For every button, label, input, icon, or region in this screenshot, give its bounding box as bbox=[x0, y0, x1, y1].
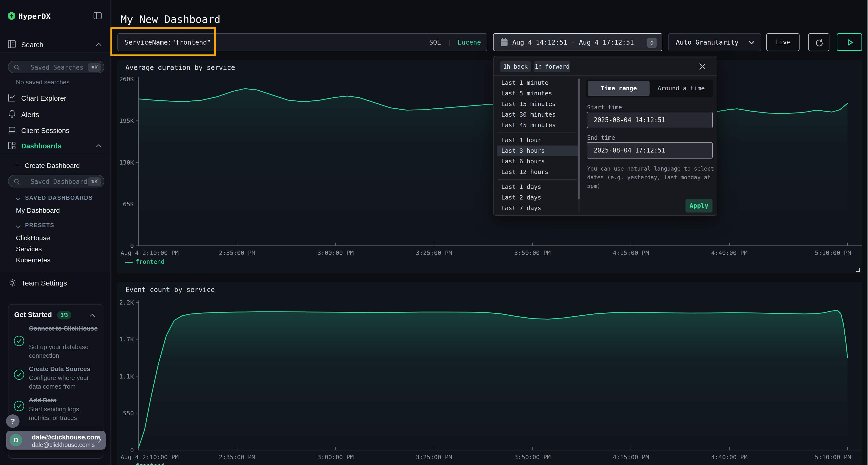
sidebar: HyperDX Search bbox=[0, 0, 111, 465]
svg-text:3:50:00 PM: 3:50:00 PM bbox=[514, 250, 551, 256]
cmd-k-shortcut-badge: ⌘K bbox=[88, 177, 101, 186]
no-saved-searches-label: No saved searches bbox=[16, 78, 70, 86]
quick-range-item[interactable]: Last 6 hours bbox=[497, 156, 578, 167]
quick-range-item[interactable]: Last 45 minutes bbox=[497, 120, 578, 131]
quick-range-item[interactable]: Last 1 hour bbox=[497, 135, 578, 145]
sidebar-item-chart-explorer[interactable]: Chart Explorer bbox=[21, 94, 66, 102]
svg-text:3:50:00 PM: 3:50:00 PM bbox=[514, 454, 551, 461]
create-dashboard-button[interactable]: Create Dashboard bbox=[25, 162, 80, 170]
hyperdx-logo-icon bbox=[8, 11, 15, 20]
sidebar-item-alerts[interactable]: Alerts bbox=[21, 111, 39, 119]
plus-icon: + bbox=[15, 161, 19, 169]
saved-dashboards-input[interactable]: Saved Dashboards ⌘K bbox=[8, 175, 104, 188]
sidebar-item-clickhouse[interactable]: ClickHouse bbox=[16, 234, 50, 242]
get-started-chevron-up-icon[interactable] bbox=[89, 314, 95, 317]
quick-range-item[interactable]: Last 2 days bbox=[497, 192, 578, 203]
quick-range-item[interactable]: Last 1 days bbox=[497, 182, 578, 192]
section-chevron-down-icon[interactable] bbox=[16, 198, 21, 201]
toggle-divider: | bbox=[445, 38, 454, 46]
sidebar-item-search[interactable]: Search bbox=[21, 41, 43, 49]
panel-resize-handle[interactable] bbox=[856, 268, 860, 272]
get-started-item-title[interactable]: Connect to ClickHouse bbox=[29, 324, 99, 333]
run-query-button[interactable] bbox=[837, 33, 862, 51]
svg-text:5:10:00 PM: 5:10:00 PM bbox=[815, 250, 851, 256]
chart-canvas: 05501.1K1.7K2.2KAug 4 2:10:00 PM2:35:00 … bbox=[117, 282, 862, 465]
get-started-item-title[interactable]: Create Data Sources bbox=[29, 364, 101, 373]
apply-button[interactable]: Apply bbox=[685, 199, 712, 212]
refresh-icon bbox=[815, 38, 824, 47]
saved-dashboards-section-header[interactable]: SAVED DASHBOARDS bbox=[25, 195, 93, 201]
svg-text:1.1K: 1.1K bbox=[119, 373, 134, 380]
time-range-input[interactable]: Aug 4 14:12:51 - Aug 4 17:12:51 d bbox=[493, 33, 662, 51]
svg-text:3:25:00 PM: 3:25:00 PM bbox=[416, 454, 452, 461]
refresh-button[interactable] bbox=[808, 33, 830, 51]
quick-range-item[interactable]: Last 1 minute bbox=[497, 77, 578, 88]
hyperdx-app-window: HyperDX Search bbox=[0, 0, 868, 465]
legend-series-label: frontend bbox=[135, 258, 164, 265]
chart-explorer-icon bbox=[8, 94, 16, 102]
start-time-input[interactable] bbox=[587, 112, 713, 128]
user-profile-card[interactable]: D dale@clickhouse.com dale@clickhouse.co… bbox=[6, 431, 105, 450]
get-started-item-title[interactable]: Add Data bbox=[29, 396, 101, 405]
presets-section-header[interactable]: PRESETS bbox=[25, 222, 54, 229]
search-nav-icon bbox=[8, 40, 16, 48]
saved-searches-input[interactable]: Saved Searches ⌘K bbox=[8, 61, 104, 73]
chart-legend[interactable]: frontend bbox=[125, 258, 164, 265]
sidebar-item-team-settings[interactable]: Team Settings bbox=[21, 279, 67, 287]
svg-text:2:35:00 PM: 2:35:00 PM bbox=[219, 454, 255, 461]
dashboard-filter-input[interactable]: ServiceName:"frontend" SQL | Lucene bbox=[117, 33, 487, 51]
sidebar-item-services[interactable]: Services bbox=[16, 245, 42, 253]
user-email: dale@clickhouse.com bbox=[32, 434, 100, 441]
live-button[interactable]: Live bbox=[766, 33, 800, 51]
dashboards-collapse-chevron-up-icon[interactable] bbox=[96, 144, 102, 147]
get-started-item-desc: Start sending logs, metrics, or traces bbox=[29, 405, 99, 422]
svg-text:0: 0 bbox=[130, 447, 134, 454]
time-range-value: Aug 4 14:12:51 - Aug 4 17:12:51 bbox=[513, 38, 634, 46]
scrollbar-thumb[interactable] bbox=[578, 78, 580, 199]
quick-range-item[interactable]: Last 30 minutes bbox=[497, 109, 578, 120]
page-scrollbar[interactable] bbox=[867, 0, 868, 465]
sidebar-item-kubernetes[interactable]: Kubernetes bbox=[16, 256, 51, 264]
lucene-toggle[interactable]: Lucene bbox=[457, 38, 481, 46]
quick-range-item[interactable]: Last 14 days bbox=[497, 213, 578, 214]
sidebar-item-dashboards[interactable]: Dashboards bbox=[21, 142, 62, 150]
quick-range-item[interactable]: Last 5 minutes bbox=[497, 88, 578, 99]
sidebar-item-client-sessions[interactable]: Client Sessions bbox=[21, 127, 69, 135]
start-time-label: Start time bbox=[587, 104, 622, 111]
close-icon[interactable] bbox=[698, 62, 707, 71]
check-circle-icon bbox=[13, 335, 25, 346]
sql-toggle[interactable]: SQL bbox=[429, 38, 441, 46]
svg-text:1.7K: 1.7K bbox=[119, 336, 134, 343]
one-hour-back-button[interactable]: 1h back bbox=[500, 61, 531, 72]
shortcut-d-badge: d bbox=[647, 38, 656, 48]
chart-legend[interactable]: frontend bbox=[125, 462, 164, 465]
svg-text:2:35:00 PM: 2:35:00 PM bbox=[219, 250, 255, 256]
quick-range-item[interactable]: Last 12 hours bbox=[497, 167, 578, 177]
svg-text:0: 0 bbox=[130, 242, 134, 250]
granularity-select[interactable]: Auto Granularity bbox=[668, 33, 761, 51]
time-mode-tabs: Time range Around a time bbox=[586, 79, 713, 97]
sidebar-collapse-icon[interactable] bbox=[94, 12, 102, 19]
divider bbox=[0, 153, 111, 153]
get-started-progress-badge: 3/3 bbox=[57, 311, 71, 320]
saved-dashboards-placeholder: Saved Dashboards bbox=[31, 178, 91, 185]
search-collapse-chevron-up-icon[interactable] bbox=[96, 43, 102, 46]
end-time-input[interactable] bbox=[587, 142, 713, 159]
tab-time-range[interactable]: Time range bbox=[588, 81, 650, 96]
svg-text:4:15:00 PM: 4:15:00 PM bbox=[613, 454, 649, 461]
time-picker-popover: 1h back 1h forward Last 1 minuteLast 5 m… bbox=[493, 56, 717, 215]
query-language-toggle: SQL | Lucene bbox=[429, 38, 481, 46]
quick-range-item[interactable]: Last 15 minutes bbox=[497, 99, 578, 109]
section-chevron-down-icon[interactable] bbox=[16, 225, 21, 228]
alerts-bell-icon bbox=[8, 110, 16, 118]
tab-around-a-time[interactable]: Around a time bbox=[651, 81, 711, 96]
quick-range-list: Last 1 minuteLast 5 minutesLast 15 minut… bbox=[497, 77, 578, 214]
divider bbox=[498, 133, 577, 133]
sidebar-item-my-dashboard[interactable]: My Dashboard bbox=[16, 207, 60, 214]
quick-range-item[interactable]: Last 7 days bbox=[497, 203, 578, 213]
help-button[interactable]: ? bbox=[6, 414, 20, 428]
legend-series-label: frontend bbox=[135, 462, 164, 465]
get-started-title: Get Started bbox=[14, 311, 52, 319]
quick-range-item[interactable]: Last 3 hours bbox=[497, 145, 578, 156]
one-hour-forward-button[interactable]: 1h forward bbox=[534, 61, 570, 72]
